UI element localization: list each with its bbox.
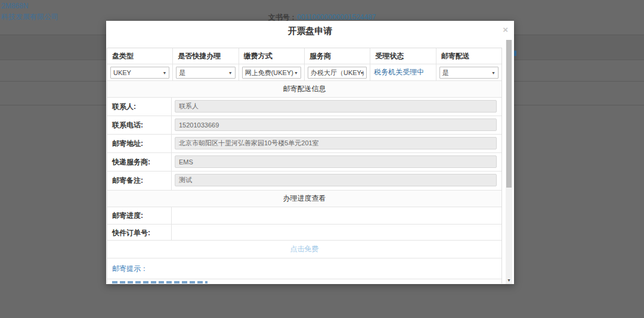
courier-label: 快递服务商: — [107, 153, 172, 171]
payment-method-cell: 网上免费(UKEY) ▼ — [239, 64, 305, 80]
table-header-row: 盘类型 是否快捷办理 缴费方式 服务商 受理状态 邮寄配送 — [107, 48, 501, 64]
mail-progress-row: 邮寄进度: — [107, 207, 501, 225]
provider-cell: 办税大厅（UKEY） ▼ — [305, 64, 370, 80]
phone-value-cell — [172, 116, 501, 134]
disk-type-value: UKEY — [113, 69, 131, 76]
chevron-down-icon: ▼ — [228, 67, 233, 79]
chevron-down-icon: ▼ — [360, 67, 364, 79]
scroll-down-icon[interactable]: ▼ — [506, 276, 512, 284]
contact-label: 联系人: — [107, 98, 172, 116]
header-quick-process: 是否快捷办理 — [173, 48, 239, 64]
mail-delivery-value: 是 — [442, 69, 449, 76]
order-no-row: 快件订单号: — [107, 225, 501, 241]
note-label: 邮寄备注: — [107, 172, 172, 190]
header-payment-method: 缴费方式 — [239, 48, 305, 64]
acceptance-status-link[interactable]: 税务机关受理中 — [370, 64, 435, 80]
courier-value-cell — [172, 153, 501, 171]
header-mail-delivery: 邮寄配送 — [436, 48, 501, 64]
payment-method-value: 网上免费(UKEY) — [245, 69, 293, 76]
note-input[interactable] — [175, 174, 497, 186]
click-free-link[interactable]: 点击免费 — [290, 244, 319, 254]
phone-input[interactable] — [175, 119, 497, 131]
table-value-row: UKEY ▼ 是 ▼ 网上免费(UKEY) ▼ — [107, 64, 501, 81]
chevron-down-icon: ▼ — [162, 67, 166, 79]
note-value-cell — [172, 172, 501, 190]
disk-type-select[interactable]: UKEY ▼ — [110, 67, 169, 79]
courier-input[interactable] — [175, 155, 497, 168]
address-value-cell — [172, 135, 501, 152]
contact-value-cell — [172, 98, 501, 116]
phone-label: 联系电话: — [107, 116, 172, 134]
status-cell: 税务机关受理中 — [370, 64, 436, 80]
disk-type-cell: UKEY ▼ — [107, 64, 173, 80]
order-no-label: 快件订单号: — [107, 225, 172, 240]
application-table: 盘类型 是否快捷办理 缴费方式 服务商 受理状态 邮寄配送 UKEY ▼ 是 — [107, 48, 502, 283]
header-provider: 服务商 — [305, 48, 370, 64]
invoice-disk-application-dialog: 开票盘申请 × 盘类型 是否快捷办理 缴费方式 服务商 受理状态 邮寄配送 UK… — [106, 21, 514, 284]
document-number-value: 00110000000001524487 — [297, 13, 376, 21]
phone-row: 联系电话: — [107, 116, 501, 135]
progress-section-header: 办理进度查看 — [107, 191, 501, 207]
courier-row: 快递服务商: — [107, 153, 501, 172]
quick-process-cell: 是 ▼ — [173, 64, 239, 80]
scrollbar-thumb[interactable] — [506, 40, 512, 188]
payment-method-select[interactable]: 网上免费(UKEY) ▼ — [242, 67, 301, 79]
chevron-down-icon: ▼ — [294, 67, 298, 79]
quick-process-select[interactable]: 是 ▼ — [176, 67, 235, 79]
contact-input[interactable] — [175, 100, 497, 113]
taxpayer-code: 2M868N — [1, 2, 28, 10]
clipped-text-line — [112, 281, 208, 283]
mail-progress-label: 邮寄进度: — [107, 207, 172, 224]
mail-tip-row: 邮寄提示： — [107, 258, 501, 279]
header-status: 受理状态 — [370, 48, 436, 64]
mail-progress-value — [172, 207, 501, 224]
delivery-info-section-header: 邮寄配送信息 — [107, 81, 501, 98]
clipped-tip-text-row — [107, 279, 501, 283]
address-row: 邮寄地址: — [107, 135, 501, 153]
dialog-title: 开票盘申请 — [288, 26, 333, 36]
address-label: 邮寄地址: — [107, 135, 172, 152]
mail-delivery-cell: 是 ▼ — [436, 64, 501, 80]
free-link-row: 点击免费 — [107, 241, 501, 258]
dialog-body: 盘类型 是否快捷办理 缴费方式 服务商 受理状态 邮寄配送 UKEY ▼ 是 — [106, 40, 503, 284]
mail-tip-label: 邮寄提示： — [107, 258, 148, 279]
dialog-header: 开票盘申请 × — [106, 21, 514, 40]
order-no-value — [172, 225, 501, 240]
contact-row: 联系人: — [107, 98, 501, 116]
address-input[interactable] — [175, 137, 497, 149]
close-icon[interactable]: × — [503, 21, 508, 40]
provider-select[interactable]: 办税大厅（UKEY） ▼ — [308, 67, 367, 79]
document-number-label: 文书号： — [268, 13, 297, 21]
note-row: 邮寄备注: — [107, 172, 501, 191]
chevron-down-icon: ▼ — [491, 67, 496, 79]
mail-delivery-select[interactable]: 是 ▼ — [439, 67, 499, 79]
quick-process-value: 是 — [179, 69, 185, 76]
dialog-scrollbar[interactable]: ▼ — [506, 40, 512, 284]
header-disk-type: 盘类型 — [107, 48, 173, 64]
